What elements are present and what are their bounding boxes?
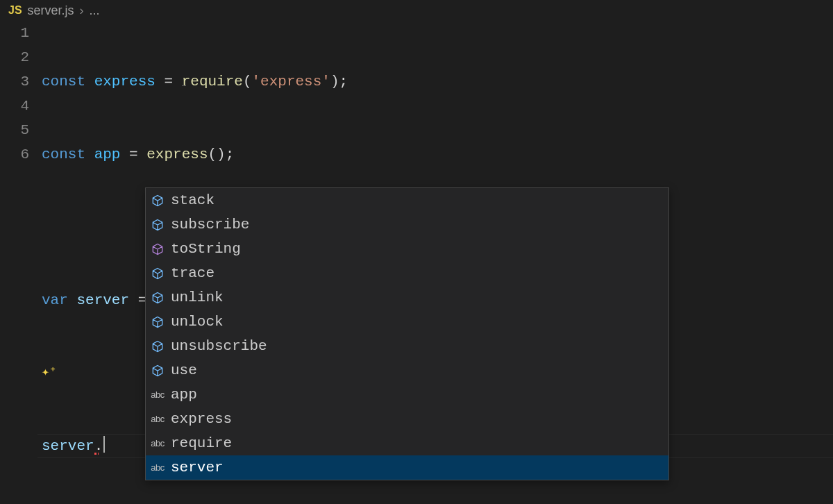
suggestion-label: unlock: [171, 314, 664, 330]
text-icon: abc: [150, 460, 165, 476]
cube-icon: [150, 363, 165, 378]
suggestion-label: app: [171, 387, 664, 403]
line-number: 4: [0, 94, 29, 118]
sparkle-icon[interactable]: ✦⁺: [42, 365, 57, 379]
keyword: const: [42, 74, 85, 90]
line-number: 2: [0, 45, 29, 69]
cube-icon: [150, 339, 165, 354]
suggestion-item[interactable]: unlock: [146, 310, 668, 334]
breadcrumb-trail[interactable]: ...: [90, 3, 100, 18]
suggestion-item[interactable]: abcserver: [146, 455, 668, 480]
suggestion-item[interactable]: use: [146, 358, 668, 383]
variable: server: [76, 292, 129, 308]
text-icon: abc: [150, 436, 165, 451]
function-call: express: [146, 146, 208, 162]
line-number: 6: [0, 142, 29, 167]
variable: express: [94, 74, 155, 90]
text-icon: abc: [150, 412, 165, 427]
breadcrumb[interactable]: JS server.js › ...: [0, 0, 833, 21]
suggestion-item[interactable]: trace: [146, 261, 668, 285]
function-call: require: [182, 74, 243, 90]
suggestion-label: require: [171, 435, 664, 451]
suggestion-label: server: [171, 460, 664, 476]
intellisense-popup[interactable]: stacksubscribetoStringtraceunlinkunlocku…: [145, 187, 669, 480]
breadcrumb-filename[interactable]: server.js: [28, 3, 74, 18]
text-icon: abc: [150, 387, 165, 403]
suggestion-label: express: [171, 411, 664, 427]
keyword: var: [42, 292, 68, 308]
suggestion-item[interactable]: abcapp: [146, 383, 668, 407]
text-cursor: [103, 436, 105, 453]
suggestion-item[interactable]: toString: [146, 237, 668, 261]
suggestion-item[interactable]: unlink: [146, 285, 668, 310]
cube-icon: [150, 193, 165, 208]
cube-icon: [150, 266, 165, 281]
suggestion-item[interactable]: subscribe: [146, 212, 668, 237]
keyword: const: [42, 146, 85, 162]
variable: server: [42, 438, 94, 454]
line-number: 5: [0, 118, 29, 142]
cube-icon: [150, 242, 165, 257]
string-literal: 'express': [252, 74, 330, 90]
suggestion-label: unlink: [171, 289, 664, 305]
variable: app: [94, 146, 121, 162]
suggestion-label: toString: [171, 241, 664, 257]
js-file-icon: JS: [8, 4, 22, 17]
suggestion-label: unsubscribe: [171, 338, 664, 354]
suggestion-label: use: [171, 362, 664, 378]
suggestion-label: subscribe: [171, 217, 664, 233]
cube-icon: [150, 290, 165, 305]
suggestion-label: trace: [171, 265, 664, 281]
code-line[interactable]: const app = express();: [42, 142, 833, 167]
line-number: 3: [0, 69, 29, 94]
suggestion-item[interactable]: unsubscribe: [146, 334, 668, 358]
suggestion-label: stack: [171, 192, 664, 208]
suggestion-item[interactable]: abcrequire: [146, 431, 668, 455]
line-number: 1: [0, 21, 29, 45]
cube-icon: [150, 314, 165, 330]
cube-icon: [150, 217, 165, 233]
suggestion-item[interactable]: stack: [146, 188, 668, 212]
suggestion-item[interactable]: abcexpress: [146, 407, 668, 431]
line-number-gutter: 1 2 3 4 5 6: [0, 21, 42, 504]
chevron-right-icon: ›: [80, 3, 84, 18]
code-line[interactable]: const express = require('express');: [42, 69, 833, 94]
